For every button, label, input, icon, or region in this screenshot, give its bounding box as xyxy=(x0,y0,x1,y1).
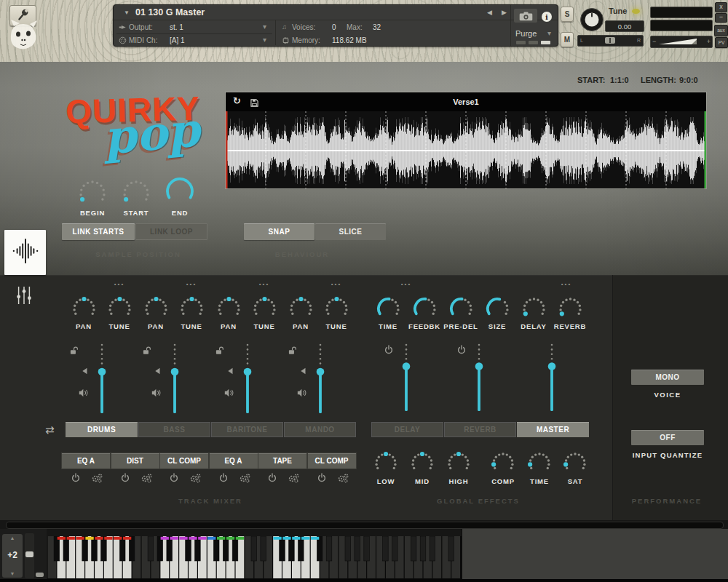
solo-button[interactable]: S xyxy=(561,7,574,22)
swap-icon[interactable]: ⇄ xyxy=(45,423,55,436)
knob-delay[interactable] xyxy=(520,295,548,323)
fx-slot-tape[interactable]: TAPE xyxy=(258,453,306,469)
channel-fader[interactable] xyxy=(167,342,183,415)
tab-bass[interactable]: BASS xyxy=(138,422,210,437)
speaker-icon[interactable] xyxy=(297,387,307,396)
prev-instrument-icon[interactable]: ◀ xyxy=(487,9,492,16)
mute-button[interactable]: M xyxy=(561,32,574,47)
knob-pan[interactable] xyxy=(215,295,243,323)
power-icon[interactable] xyxy=(317,473,327,483)
snapshot-camera-button[interactable] xyxy=(514,9,537,23)
knob-high[interactable] xyxy=(445,450,472,477)
knob-time[interactable] xyxy=(526,450,553,477)
lock-icon[interactable] xyxy=(69,345,79,354)
info-icon[interactable]: i xyxy=(542,12,552,22)
gear-icon[interactable] xyxy=(288,473,300,484)
knob-end[interactable] xyxy=(163,175,197,208)
fx-fader[interactable] xyxy=(471,342,487,412)
gear-icon[interactable] xyxy=(141,473,153,484)
midi-channel-value[interactable]: [A] 1 xyxy=(170,36,185,44)
knob-low[interactable] xyxy=(372,450,400,477)
knob-comp[interactable] xyxy=(489,450,517,477)
knob-begin[interactable] xyxy=(76,178,108,210)
knob-feedbk[interactable] xyxy=(411,295,439,323)
speaker-icon[interactable] xyxy=(151,387,162,396)
save-icon[interactable] xyxy=(250,97,258,110)
power-icon[interactable] xyxy=(456,345,467,355)
mute-icon[interactable] xyxy=(300,364,306,372)
keyboard-mini-handle[interactable] xyxy=(36,573,44,577)
pan-handle[interactable] xyxy=(605,37,615,44)
power-icon[interactable] xyxy=(218,473,229,483)
midi-dropdown-icon[interactable]: ▾ xyxy=(263,36,266,44)
power-icon[interactable] xyxy=(384,345,394,355)
transpose-down-icon[interactable]: ▼ xyxy=(2,571,23,576)
lock-icon[interactable] xyxy=(142,345,152,354)
knob-tune[interactable] xyxy=(106,295,134,323)
tab-mando[interactable]: MANDO xyxy=(284,422,356,437)
link-starts-button[interactable]: LINK STARTS xyxy=(62,223,135,240)
fx-slot-eq-a[interactable]: EQ A xyxy=(210,453,258,469)
power-icon[interactable] xyxy=(169,473,179,483)
channel-fader[interactable] xyxy=(312,342,328,415)
gear-icon[interactable] xyxy=(337,473,349,484)
knob-tune[interactable] xyxy=(323,295,351,323)
tab-baritone[interactable]: BARITONE xyxy=(211,422,283,437)
tab-delay[interactable]: DELAY xyxy=(371,422,443,437)
voice-mode-button[interactable]: MONO xyxy=(631,370,704,385)
instrument-title-row[interactable]: ▼ 01 130 G Master ◀ ▶ xyxy=(114,5,558,20)
knob-sat[interactable] xyxy=(561,450,589,477)
knob-reverb[interactable] xyxy=(556,295,585,323)
mute-icon[interactable] xyxy=(154,364,161,372)
max-voices-value[interactable]: 32 xyxy=(373,23,381,31)
gear-icon[interactable] xyxy=(91,473,103,484)
slice-button[interactable]: SLICE xyxy=(315,223,386,240)
purge-button[interactable]: Purge xyxy=(515,29,537,38)
knob-start[interactable] xyxy=(120,178,152,210)
lock-icon[interactable] xyxy=(215,345,225,354)
mute-icon[interactable] xyxy=(227,364,234,372)
tab-drums[interactable]: DRUMS xyxy=(66,422,138,437)
pan-slider[interactable]: L R xyxy=(577,35,644,47)
tab-reverb[interactable]: REVERB xyxy=(444,422,516,437)
gear-icon[interactable] xyxy=(189,473,202,484)
keyboard-scrollbar[interactable] xyxy=(6,522,724,529)
power-icon[interactable] xyxy=(267,473,277,483)
fx-fader[interactable] xyxy=(544,342,560,412)
minimize-icon[interactable]: − xyxy=(715,13,727,23)
next-instrument-icon[interactable]: ▶ xyxy=(502,9,507,16)
tune-value[interactable]: 0.00 xyxy=(605,20,644,32)
fx-slot-cl-comp[interactable]: CL COMP xyxy=(160,453,208,469)
knob-mid[interactable] xyxy=(408,450,436,477)
tab-mixer[interactable] xyxy=(15,285,33,308)
piano-keyboard[interactable] xyxy=(47,536,462,579)
snap-button[interactable]: SNAP xyxy=(244,223,314,240)
power-icon[interactable] xyxy=(71,473,81,483)
waveform-display[interactable]: Verse1 ↻ xyxy=(226,92,706,188)
input-quantize-button[interactable]: OFF xyxy=(631,430,704,445)
fx-slot-cl-comp[interactable]: CL COMP xyxy=(308,453,356,469)
transpose-control[interactable]: ▲ +2 ▼ xyxy=(2,534,23,578)
power-icon[interactable] xyxy=(120,473,130,483)
tune-knob[interactable] xyxy=(579,7,604,35)
tab-master[interactable]: MASTER xyxy=(517,422,589,437)
output-dropdown-icon[interactable]: ▾ xyxy=(263,23,266,31)
knob-pre-del[interactable] xyxy=(447,295,475,323)
knob-pan[interactable] xyxy=(142,295,170,323)
collapse-icon[interactable]: ▼ xyxy=(124,9,130,16)
keyboard-size-handle[interactable] xyxy=(25,551,33,557)
link-loop-button[interactable]: LINK LOOP xyxy=(135,223,207,240)
tab-sample-editor[interactable] xyxy=(4,230,46,275)
volume-slider[interactable]: − + xyxy=(650,36,713,48)
purge-dropdown-icon[interactable]: ▾ xyxy=(547,29,551,37)
channel-fader[interactable] xyxy=(240,342,256,415)
knob-pan[interactable] xyxy=(287,295,315,323)
fx-slot-eq-a[interactable]: EQ A xyxy=(62,453,110,469)
close-icon[interactable]: x xyxy=(715,2,727,12)
knob-tune[interactable] xyxy=(178,295,206,323)
aux-button[interactable]: aux xyxy=(714,25,728,36)
fx-slot-dist[interactable]: DIST xyxy=(111,453,159,469)
mute-icon[interactable] xyxy=(82,364,88,372)
speaker-icon[interactable] xyxy=(79,387,89,396)
speaker-icon[interactable] xyxy=(224,387,234,396)
